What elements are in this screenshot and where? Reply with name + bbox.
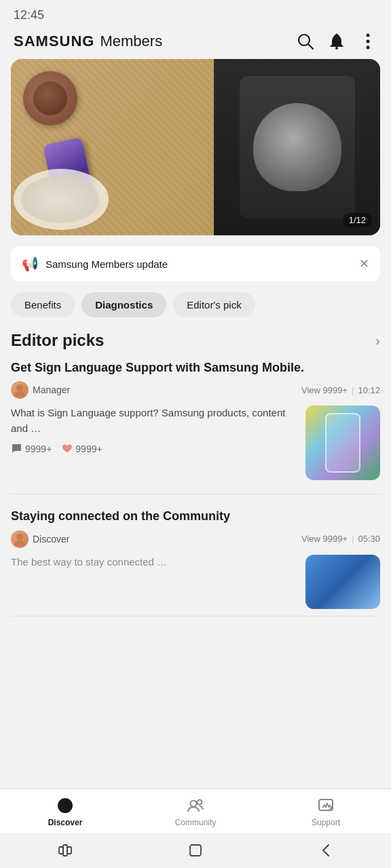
stat-divider-2: | xyxy=(352,534,354,544)
article-body-1: What is Sign Language support? Samsung p… xyxy=(11,406,380,480)
article-text-1: What is Sign Language support? Samsung p… xyxy=(11,406,297,454)
section-title: Editor picks xyxy=(11,331,104,350)
home-button[interactable] xyxy=(186,841,205,860)
nav-support[interactable]: Support xyxy=(299,796,353,827)
svg-rect-17 xyxy=(63,845,67,856)
view-count-1: View 9999+ xyxy=(301,385,348,395)
nav-discover[interactable]: Discover xyxy=(38,796,92,827)
app-logo: SAMSUNG Members xyxy=(14,33,162,50)
author-name-2: Discover xyxy=(33,534,69,545)
article-title-1: Get Sign Language Support with Samsung M… xyxy=(11,359,380,376)
back-button[interactable] xyxy=(316,841,335,860)
nav-support-label: Support xyxy=(312,818,340,827)
author-avatar-1 xyxy=(11,381,29,399)
section-more-button[interactable]: › xyxy=(375,333,380,349)
bottom-nav: Discover Community Support xyxy=(0,789,391,833)
like-count-1: 9999+ xyxy=(61,443,102,454)
article-reactions-1: 9999+ 9999+ xyxy=(11,443,297,454)
more-options-icon[interactable] xyxy=(358,32,377,51)
svg-point-5 xyxy=(367,40,370,43)
article-meta-1: Manager View 9999+ | 10:12 xyxy=(11,381,380,399)
svg-point-9 xyxy=(16,534,23,540)
nav-community-label: Community xyxy=(175,818,217,827)
community-icon xyxy=(186,796,205,815)
announcement-icon: 📢 xyxy=(22,256,39,272)
svg-point-10 xyxy=(14,540,25,546)
svg-point-6 xyxy=(367,46,370,50)
svg-line-1 xyxy=(308,44,313,49)
system-nav-bar xyxy=(0,833,391,868)
quick-pills-container: Benefits Diagnostics Editor's pick xyxy=(11,292,380,317)
author-name-1: Manager xyxy=(33,384,70,395)
diagnostics-pill[interactable]: Diagnostics xyxy=(81,292,166,317)
article-title-2: Staying connected on the Community xyxy=(11,508,380,524)
author-avatar-2 xyxy=(11,530,29,548)
view-count-2: View 9999+ xyxy=(301,534,348,544)
article-stats-2: View 9999+ | 05:30 xyxy=(301,534,380,544)
article-card-1[interactable]: Get Sign Language Support with Samsung M… xyxy=(11,359,380,494)
notification-icon[interactable] xyxy=(327,32,346,51)
nav-discover-label: Discover xyxy=(48,818,83,827)
section-header: Editor picks › xyxy=(11,331,380,350)
hero-counter: 1/12 xyxy=(343,213,372,227)
svg-rect-19 xyxy=(190,845,201,856)
benefits-pill[interactable]: Benefits xyxy=(11,292,75,317)
article-description-1: What is Sign Language support? Samsung p… xyxy=(11,406,297,436)
article-author-1: Manager xyxy=(11,381,70,399)
hero-left-panel xyxy=(11,59,214,235)
article-thumbnail-2 xyxy=(305,555,380,609)
announcement-content: 📢 Samsung Members update xyxy=(22,256,168,272)
article-text-2: The best way to stay connected … xyxy=(11,555,297,577)
hero-banner[interactable]: 1/12 xyxy=(11,59,380,235)
svg-point-2 xyxy=(335,47,338,50)
recent-apps-button[interactable] xyxy=(56,841,75,860)
hero-right-panel xyxy=(214,59,380,235)
brand-name: SAMSUNG xyxy=(14,33,94,50)
article-stats-1: View 9999+ | 10:12 xyxy=(301,385,380,395)
app-name: Members xyxy=(100,33,162,50)
svg-point-8 xyxy=(14,391,25,397)
stat-divider-1: | xyxy=(352,385,354,395)
discover-icon xyxy=(56,796,75,815)
article-body-2: The best way to stay connected … xyxy=(11,555,380,609)
status-time: 12:45 xyxy=(14,8,44,22)
svg-point-7 xyxy=(16,384,23,391)
svg-rect-16 xyxy=(59,847,63,854)
comment-count-1: 9999+ xyxy=(11,443,52,454)
article-description-2: The best way to stay connected … xyxy=(11,555,297,570)
svg-point-14 xyxy=(198,800,202,805)
svg-rect-18 xyxy=(67,847,71,854)
announcement-close-button[interactable]: ✕ xyxy=(359,258,369,270)
status-bar: 12:45 xyxy=(0,0,391,26)
header-icons xyxy=(296,32,377,51)
article-time-1: 10:12 xyxy=(358,385,380,395)
svg-point-4 xyxy=(367,34,370,37)
svg-point-3 xyxy=(336,34,338,36)
search-icon[interactable] xyxy=(296,32,315,51)
announcement-text: Samsung Members update xyxy=(45,258,168,270)
nav-community[interactable]: Community xyxy=(168,796,223,827)
article-author-2: Discover xyxy=(11,530,69,548)
app-header: SAMSUNG Members xyxy=(0,26,391,59)
announcement-bar: 📢 Samsung Members update ✕ xyxy=(11,246,380,281)
svg-point-13 xyxy=(191,801,197,807)
support-icon xyxy=(316,796,335,815)
article-time-2: 05:30 xyxy=(358,534,380,544)
editor-picks-section: Editor picks › Get Sign Language Support… xyxy=(0,331,391,616)
article-thumbnail-1 xyxy=(305,406,380,480)
article-card-2[interactable]: Staying connected on the Community Disco… xyxy=(11,508,380,616)
article-meta-2: Discover View 9999+ | 05:30 xyxy=(11,530,380,548)
editors-pick-pill[interactable]: Editor's pick xyxy=(173,292,255,317)
